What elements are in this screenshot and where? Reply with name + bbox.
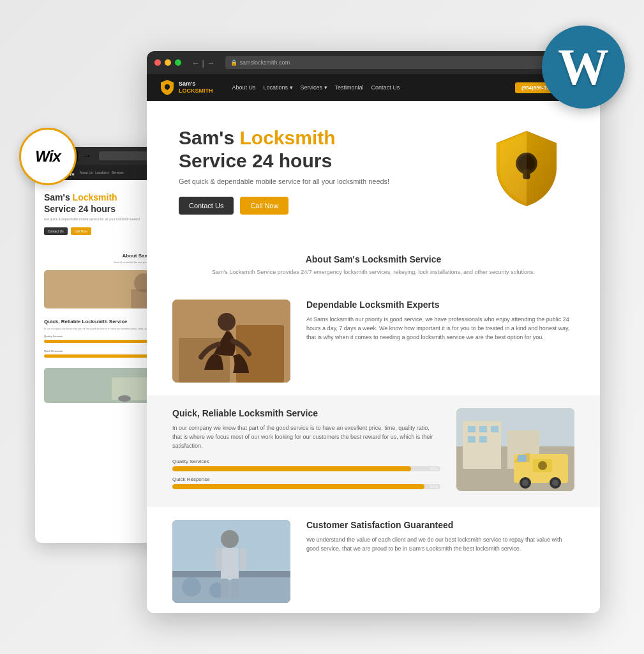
- main-close-button[interactable]: [154, 59, 161, 66]
- feature-2-title: Quick, Reliable Locksmith Service: [172, 408, 440, 418]
- feature-2-image: [456, 408, 574, 491]
- svg-point-43: [221, 530, 239, 548]
- quality-label: Quality Services: [172, 459, 440, 464]
- response-fill: [172, 484, 424, 489]
- hero-text: Sam's Locksmith Service 24 hours Get qui…: [179, 126, 389, 215]
- main-maximize-button[interactable]: [175, 59, 181, 66]
- hero-section: Sam's Locksmith Service 24 hours Get qui…: [147, 101, 600, 241]
- main-nav-arrows: ← | →: [191, 58, 215, 68]
- site-nav: About Us Locations ▾ Services ▾ Testimon…: [232, 84, 400, 91]
- svg-point-36: [538, 461, 547, 470]
- svg-point-6: [118, 395, 131, 402]
- about-body: Sam's Locksmith Service provides 24/7 em…: [198, 268, 549, 277]
- hero-shield: [485, 126, 568, 218]
- call-now-btn[interactable]: Call Now: [240, 197, 288, 215]
- feature-1-text: Dependable Locksmith Experts At Sams loc…: [306, 300, 574, 342]
- wix-badge: Wix: [19, 128, 77, 185]
- feature-3-body: We understand the value of each client a…: [306, 535, 574, 554]
- response-progress: Quick Response 94%: [172, 476, 440, 489]
- feature-1-title: Dependable Locksmith Experts: [306, 300, 574, 310]
- nav-about[interactable]: About Us: [232, 84, 256, 91]
- url-text: samslocksmith.com: [240, 59, 290, 66]
- feature-1-section: Dependable Locksmith Experts At Sams loc…: [147, 287, 600, 395]
- about-section: About Sam's Locksmith Service Sam's Lock…: [147, 241, 600, 287]
- wordpress-badge: W: [542, 26, 625, 109]
- svg-rect-45: [216, 548, 222, 570]
- response-value: 94%: [430, 484, 438, 489]
- svg-rect-47: [221, 579, 228, 598]
- feature-3-text: Customer Satisfaction Guaranteed We unde…: [306, 520, 574, 554]
- svg-point-10: [167, 87, 168, 90]
- about-title: About Sam's Locksmith Service: [198, 254, 549, 264]
- nav-contact[interactable]: Contact Us: [371, 84, 400, 91]
- brand: Sam's LOCKSMITH: [160, 79, 213, 96]
- svg-rect-17: [236, 325, 284, 383]
- feature-3-image: [172, 520, 290, 603]
- svg-point-41: [182, 577, 201, 597]
- brand-shield-icon: [160, 79, 175, 96]
- hero-subtitle: Get quick & dependable mobile service fo…: [179, 178, 389, 185]
- feature-3-section: Customer Satisfaction Guaranteed We unde…: [147, 507, 600, 613]
- hero-heading: Sam's Locksmith Service 24 hours: [179, 126, 389, 172]
- nav-testimonial[interactable]: Testimonial: [335, 84, 364, 91]
- svg-rect-30: [518, 455, 527, 462]
- feature-2-body: In our company we know that part of the …: [172, 423, 440, 451]
- main-browser-toolbar: ← | → 🔒 samslocksmith.com: [147, 51, 600, 74]
- nav-locations[interactable]: Locations ▾: [264, 84, 293, 91]
- brand-name: Sam's LOCKSMITH: [179, 80, 213, 95]
- quality-progress: Quality Services 89%: [172, 459, 440, 471]
- site-content: Sam's Locksmith Service 24 hours Get qui…: [147, 101, 600, 613]
- contact-us-btn[interactable]: Contact Us: [179, 197, 234, 215]
- back-contact-btn[interactable]: Contact Us: [44, 227, 68, 235]
- svg-point-34: [552, 480, 558, 486]
- nav-services[interactable]: Services ▾: [301, 84, 327, 91]
- svg-rect-26: [491, 426, 498, 432]
- response-track: 94%: [172, 484, 440, 489]
- quality-fill: [172, 466, 411, 471]
- svg-point-18: [218, 313, 236, 331]
- feature-1-body: At Sams locksmith our priority is good s…: [306, 315, 574, 342]
- main-url-bar[interactable]: 🔒 samslocksmith.com: [225, 56, 586, 69]
- svg-rect-48: [231, 579, 239, 598]
- wordpress-logo: W: [558, 38, 609, 96]
- wix-logo: Wix: [35, 148, 60, 165]
- feature-1-image: [172, 300, 290, 383]
- svg-point-32: [522, 480, 528, 486]
- hero-buttons: Contact Us Call Now: [179, 197, 389, 215]
- svg-rect-44: [221, 548, 239, 580]
- response-label: Quick Response: [172, 476, 440, 482]
- back-call-btn[interactable]: Call Now: [71, 227, 91, 235]
- svg-rect-46: [240, 548, 246, 570]
- progress-bars: Quality Services 89% Quick Response 94%: [172, 459, 440, 489]
- main-minimize-button[interactable]: [165, 59, 171, 66]
- svg-rect-28: [479, 436, 487, 443]
- svg-rect-25: [479, 426, 487, 432]
- quality-track: 89%: [172, 466, 440, 471]
- feature-2-text: Quick, Reliable Locksmith Service In our…: [172, 408, 440, 494]
- svg-rect-24: [468, 426, 476, 432]
- site-header: Sam's LOCKSMITH About Us Locations ▾ Ser…: [147, 74, 600, 101]
- feature-3-title: Customer Satisfaction Guaranteed: [306, 520, 574, 530]
- feature-2-section: Quick, Reliable Locksmith Service In our…: [147, 395, 600, 507]
- svg-rect-27: [468, 436, 476, 443]
- browser-main: ← | → 🔒 samslocksmith.com Sam's LOCKSMIT…: [147, 51, 600, 613]
- quality-value: 89%: [430, 466, 438, 471]
- back-hero-title: Sam's Locksmith: [44, 192, 117, 202]
- back-nav-items: About Us Locations Services: [80, 171, 124, 174]
- lock-icon: 🔒: [230, 59, 237, 66]
